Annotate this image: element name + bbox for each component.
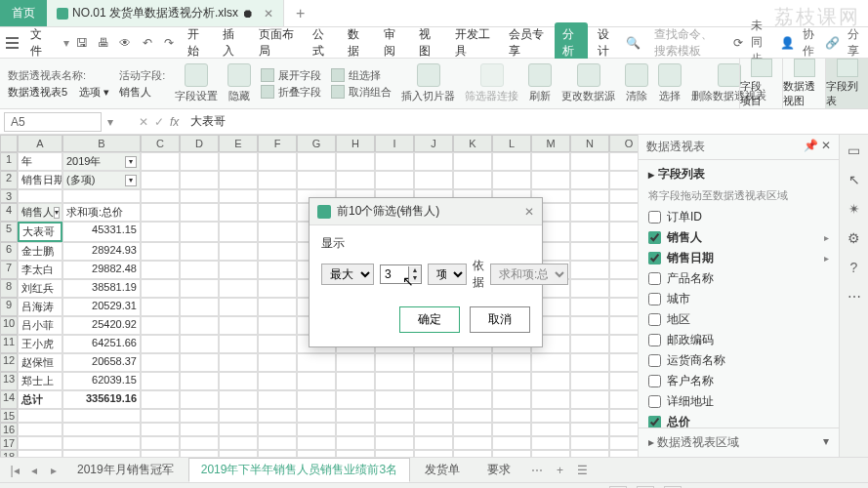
- field-list-button[interactable]: 字段列表: [825, 59, 868, 108]
- row-header[interactable]: 17: [0, 436, 18, 450]
- row-header[interactable]: 9: [0, 298, 18, 316]
- clear-button[interactable]: 清除: [625, 63, 648, 103]
- col-header[interactable]: G: [297, 135, 336, 152]
- field-checkbox[interactable]: [648, 334, 661, 346]
- table-row-name[interactable]: 吕小菲: [18, 316, 62, 335]
- field-item[interactable]: 产品名称: [648, 268, 829, 289]
- collab-label[interactable]: 协作: [803, 26, 817, 60]
- undo-icon[interactable]: ↶: [138, 33, 155, 53]
- save-icon[interactable]: 🖫: [73, 33, 91, 53]
- sheet-tab-1[interactable]: 2019年月销售冠军: [64, 458, 186, 482]
- spin-down-icon[interactable]: ▼: [409, 274, 421, 282]
- field-item[interactable]: 客户名称: [648, 371, 829, 391]
- menu-start[interactable]: 开始: [180, 22, 213, 63]
- search-input[interactable]: 查找命令、搜索模板: [648, 24, 725, 61]
- col-header[interactable]: K: [453, 135, 492, 152]
- table-row-name[interactable]: 刘红兵: [18, 279, 62, 298]
- field-checkbox[interactable]: [648, 416, 661, 427]
- filter-icon[interactable]: ▾: [125, 175, 137, 186]
- accept-formula-icon[interactable]: ✓: [154, 115, 164, 129]
- cancel-button[interactable]: 取消: [470, 306, 530, 333]
- fx-icon[interactable]: fx: [170, 115, 179, 129]
- menu-layout[interactable]: 页面布局: [251, 22, 303, 63]
- name-box[interactable]: A5: [4, 112, 102, 132]
- sheet-tab-2[interactable]: 2019年下半年销售人员销售业绩前3名: [188, 458, 410, 482]
- options-button[interactable]: 选项 ▾: [79, 85, 109, 100]
- share-label[interactable]: 分享: [847, 26, 862, 60]
- hamburger-icon[interactable]: [6, 37, 19, 49]
- field-item[interactable]: 邮政编码: [648, 330, 829, 350]
- field-checkbox[interactable]: [648, 293, 661, 305]
- chevron-right-icon[interactable]: ▸: [824, 253, 829, 264]
- col-header[interactable]: F: [258, 135, 297, 152]
- table-row-value[interactable]: 38581.19: [62, 279, 141, 298]
- col-header[interactable]: D: [180, 135, 219, 152]
- row-header[interactable]: 1: [0, 152, 18, 171]
- row-header[interactable]: 12: [0, 353, 18, 372]
- table-row-name[interactable]: 大表哥: [18, 222, 62, 242]
- pivot-chart-button[interactable]: 数据透视图: [782, 59, 825, 108]
- col-header[interactable]: O: [609, 135, 638, 152]
- table-row-value[interactable]: 25420.92: [62, 316, 141, 335]
- preview-icon[interactable]: 👁: [116, 33, 134, 53]
- col-header[interactable]: A: [18, 135, 62, 152]
- avatar-icon[interactable]: 👤: [780, 36, 795, 50]
- vt-help-icon[interactable]: ?: [845, 258, 864, 277]
- field-checkbox[interactable]: [648, 313, 661, 326]
- menu-analyze[interactable]: 分析: [555, 22, 588, 63]
- table-row-name[interactable]: 吕海涛: [18, 298, 62, 316]
- row-header[interactable]: 6: [0, 242, 18, 261]
- vt-more-icon[interactable]: ⋯: [845, 287, 864, 306]
- row-header[interactable]: 4: [0, 203, 18, 222]
- vt-pointer-icon[interactable]: ↖: [845, 170, 864, 189]
- spin-up-icon[interactable]: ▲: [409, 266, 421, 274]
- field-item[interactable]: 详细地址: [648, 391, 829, 412]
- table-row-name[interactable]: 郑士上: [18, 372, 62, 390]
- redo-icon[interactable]: ↷: [160, 33, 178, 53]
- sync-icon[interactable]: ⟳: [733, 36, 743, 50]
- vt-style-icon[interactable]: ✴: [845, 199, 864, 219]
- share-icon[interactable]: 🔗: [825, 36, 840, 50]
- row-header[interactable]: 8: [0, 279, 18, 298]
- row-header[interactable]: 7: [0, 261, 18, 279]
- table-row-name[interactable]: 李太白: [18, 261, 62, 279]
- row-header[interactable]: 10: [0, 316, 18, 335]
- field-checkbox[interactable]: [648, 375, 661, 387]
- col-header[interactable]: E: [219, 135, 258, 152]
- menu-file[interactable]: 文件: [22, 22, 60, 63]
- row-header[interactable]: 11: [0, 335, 18, 353]
- row-header[interactable]: 3: [0, 189, 18, 203]
- table-row-value[interactable]: 29882.48: [62, 261, 141, 279]
- chevron-right-icon[interactable]: ▸: [824, 232, 829, 243]
- row-header[interactable]: 15: [0, 409, 18, 423]
- search-icon[interactable]: 🔍: [626, 36, 641, 50]
- measure-select[interactable]: 求和项:总价: [490, 264, 568, 285]
- row-header[interactable]: 2: [0, 171, 18, 189]
- dropdown-icon[interactable]: ▾: [63, 36, 69, 50]
- filter-icon[interactable]: ▾: [125, 156, 137, 168]
- table-row-name[interactable]: 赵保恒: [18, 353, 62, 372]
- col-header[interactable]: L: [492, 135, 531, 152]
- field-settings-button[interactable]: 字段设置: [175, 63, 218, 103]
- field-item[interactable]: 地区: [648, 309, 829, 330]
- menu-view[interactable]: 视图: [411, 22, 444, 63]
- field-item[interactable]: 销售人▸: [648, 227, 829, 248]
- add-tab-button[interactable]: +: [284, 5, 316, 22]
- ok-button[interactable]: 确定: [399, 306, 460, 333]
- field-checkbox[interactable]: [648, 395, 661, 408]
- formula-input[interactable]: 大表哥: [185, 111, 864, 132]
- print-icon[interactable]: 🖶: [95, 33, 112, 53]
- field-item[interactable]: 总价: [648, 412, 829, 427]
- table-row-value[interactable]: 28924.93: [62, 242, 141, 261]
- filter-conn-button[interactable]: 筛选器连接: [465, 63, 518, 103]
- table-row-name[interactable]: 王小虎: [18, 335, 62, 353]
- panel-close-icon[interactable]: ✕: [821, 139, 831, 152]
- corner-cell[interactable]: [0, 135, 18, 152]
- vt-select-icon[interactable]: ▭: [845, 141, 864, 160]
- areas-dropdown-icon[interactable]: ▾: [823, 434, 829, 451]
- fields-items-button[interactable]: 字段、项目: [739, 59, 782, 108]
- col-header[interactable]: I: [375, 135, 414, 152]
- close-tab-icon[interactable]: ✕: [264, 7, 273, 20]
- row-header[interactable]: 14: [0, 390, 18, 409]
- col-header[interactable]: B: [62, 135, 141, 152]
